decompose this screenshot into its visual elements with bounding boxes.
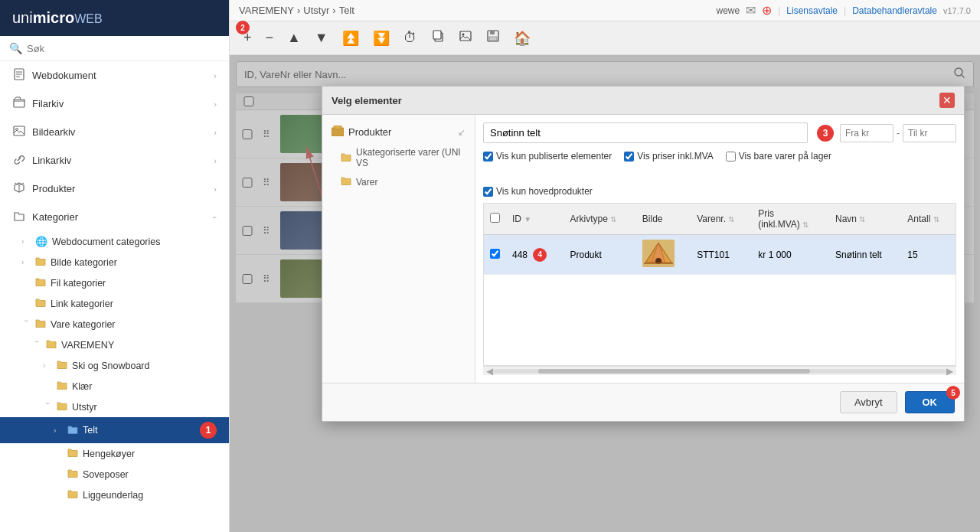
filter-priser-mva-label: Vis priser inkl.MVA xyxy=(637,151,714,162)
tree-hengekoyer-label: Hengekøyer xyxy=(83,449,217,459)
table-header-checkbox[interactable] xyxy=(484,204,506,235)
modal-sidebar-produkter[interactable]: Produkter ↙ xyxy=(322,121,475,143)
tree-liggeunderlag[interactable]: › Liggeunderlag xyxy=(0,485,229,505)
table-header-id[interactable]: ID ▼ xyxy=(506,204,564,235)
breadcrumb-utstyr[interactable]: Utstyr xyxy=(303,5,329,16)
tree-utstyr[interactable]: › Utstyr xyxy=(0,397,229,417)
modal-sidebar-varer[interactable]: Varer xyxy=(322,172,475,191)
tree-ski-snowboard[interactable]: › Ski og Snowboard xyxy=(0,355,229,376)
modal-sidebar-ukategoriserte[interactable]: Ukategoriserte varer (UNI VS xyxy=(322,143,475,172)
breadcrumb-telt[interactable]: Telt xyxy=(339,5,354,16)
folder-icon-telt xyxy=(67,425,78,436)
filter-priser-mva-checkbox[interactable] xyxy=(624,152,634,162)
filter-priser-mva[interactable]: Vis priser inkl.MVA xyxy=(624,151,714,162)
table-header-navn[interactable]: Navn ⇅ xyxy=(829,204,901,235)
main-content: VAREMENY › Utstyr › Telt wewe ✉ ⊕ | Lise… xyxy=(230,0,980,532)
tree-webdoc-categories[interactable]: › 🌐 Webdocument categories xyxy=(0,231,229,252)
clock-button[interactable]: ⏱ xyxy=(399,27,422,49)
version-label: v17.7.0 xyxy=(943,6,971,15)
home-button[interactable]: 🏠 xyxy=(509,27,535,50)
scrollbar-track[interactable] xyxy=(493,369,946,374)
breadcrumb-varemeny[interactable]: VAREMENY xyxy=(239,5,294,16)
sidebar-item-filarkiv[interactable]: Filarkiv › xyxy=(0,90,229,118)
table-select-all[interactable] xyxy=(490,213,500,223)
svg-point-10 xyxy=(462,34,464,36)
scroll-left-icon[interactable]: ◀ xyxy=(486,366,493,377)
sidebar-item-linkarkiv[interactable]: Linkarkiv › xyxy=(0,146,229,175)
price-from-input[interactable] xyxy=(840,124,893,142)
chevron-down-utstyr: › xyxy=(44,403,52,412)
cancel-button[interactable]: Avbryt xyxy=(840,391,897,413)
sidebar-item-bildearkiv[interactable]: Bildearkiv › xyxy=(0,118,229,146)
folder-icon2 xyxy=(35,256,46,268)
tree-varemeny[interactable]: › VAREMENY xyxy=(0,335,229,355)
modal-close-button[interactable]: ✕ xyxy=(939,93,955,108)
mail-icon[interactable]: ✉ xyxy=(746,3,756,18)
databehandleravtale-link[interactable]: Databehandleravtale xyxy=(852,5,937,16)
modal-body: Produkter ↙ Ukategoriserte varer (UNI VS xyxy=(322,115,964,383)
chevron-down-tree5: › xyxy=(22,320,31,329)
tree-hengekoyer[interactable]: › Hengekøyer xyxy=(0,443,229,464)
table-header-antall[interactable]: Antall ⇅ xyxy=(901,204,956,235)
ok-button-label: OK xyxy=(923,397,938,408)
modal-scrollbar[interactable]: ◀ ▶ xyxy=(483,366,956,375)
logo-uni: uni xyxy=(12,9,33,26)
move-bottom-button[interactable]: ⏬ xyxy=(368,27,394,50)
sidebar-item-produkter[interactable]: Produkter › xyxy=(0,175,229,203)
scroll-right-icon[interactable]: ▶ xyxy=(946,366,953,377)
filarkiv-icon xyxy=(12,96,26,111)
filter-hovedprodukter-label: Vis kun hovedprodukter xyxy=(496,186,593,197)
table-header-arkivtype[interactable]: Arkivtype ⇅ xyxy=(564,204,636,235)
tree-telt[interactable]: › Telt 1 xyxy=(0,417,229,443)
folder-icon-hengekoyer xyxy=(67,448,78,459)
folder-icon-varer xyxy=(341,176,351,188)
filter-hovedprodukter-checkbox[interactable] xyxy=(483,187,493,197)
filter-publiserte[interactable]: Vis kun publiserte elementer xyxy=(483,151,612,162)
bildearkiv-icon xyxy=(12,125,26,139)
sidebar-search-area: 🔍 xyxy=(0,36,229,61)
filter-varer-lager-checkbox[interactable] xyxy=(726,152,736,162)
filter-publiserte-checkbox[interactable] xyxy=(483,152,493,162)
table-header-bilde: Bilde xyxy=(636,204,691,235)
row1-table-checkbox[interactable] xyxy=(490,249,500,259)
help-icon[interactable]: ⊕ xyxy=(762,3,772,18)
table-header-varenr[interactable]: Varenr. ⇅ xyxy=(691,204,752,235)
produkter-icon xyxy=(12,181,26,196)
username: wewe xyxy=(717,5,740,16)
tree-link-kategorier[interactable]: › Link kategorier xyxy=(0,293,229,314)
tree-vare-kategorier-label: Vare kategorier xyxy=(51,319,217,330)
tree-bilde-kategorier[interactable]: › Bilde kategorier xyxy=(0,252,229,273)
ok-button[interactable]: OK 5 xyxy=(905,391,956,413)
sidebar-item-webdokument[interactable]: Webdokument › xyxy=(0,61,229,90)
image-button[interactable] xyxy=(454,26,477,50)
scrollbar-thumb[interactable] xyxy=(538,369,810,374)
table-row[interactable]: 448 4 Produkt xyxy=(484,235,956,275)
tree-liggeunderlag-label: Liggeunderlag xyxy=(83,490,217,501)
toolbar: + 2 − ▲ ▼ ⏫ ⏬ ⏱ 🏠 xyxy=(230,21,980,55)
folder-icon-varemeny xyxy=(46,339,57,351)
tree-vare-kategorier[interactable]: › Vare kategorier xyxy=(0,314,229,335)
tree-soveposer[interactable]: › Soveposer xyxy=(0,464,229,485)
chevron-down-icon-kategorier: › xyxy=(211,216,220,219)
sidebar-search-input[interactable] xyxy=(27,43,220,54)
lisensavtale-link[interactable]: Lisensavtale xyxy=(786,5,838,16)
filter-varer-lager[interactable]: Vis bare varer på lager xyxy=(726,151,831,162)
chevron-right-tree1: › xyxy=(21,237,31,246)
price-dash: - xyxy=(897,128,900,139)
move-up-button[interactable]: ▲ xyxy=(283,27,305,49)
save-button[interactable] xyxy=(482,26,505,50)
move-down-button[interactable]: ▼ xyxy=(310,27,333,49)
filter-hovedprodukter[interactable]: Vis kun hovedprodukter xyxy=(483,186,593,197)
price-to-input[interactable] xyxy=(903,124,956,142)
add-button[interactable]: + 2 xyxy=(239,27,256,49)
remove-button[interactable]: − xyxy=(261,27,279,49)
sidebar-item-kategorier[interactable]: Kategorier › xyxy=(0,203,229,231)
tree-fil-kategorier[interactable]: › Fil kategorier xyxy=(0,273,229,293)
modal-search-input[interactable] xyxy=(483,122,808,143)
antall-column-label: Antall xyxy=(907,214,930,224)
move-top-button[interactable]: ⏫ xyxy=(338,27,364,50)
row1-select-cell[interactable] xyxy=(484,235,506,275)
table-header-pris[interactable]: Pris(inkl.MVA) ⇅ xyxy=(752,204,829,235)
copy-button[interactable] xyxy=(426,26,449,50)
tree-klaer[interactable]: › Klær xyxy=(0,376,229,397)
